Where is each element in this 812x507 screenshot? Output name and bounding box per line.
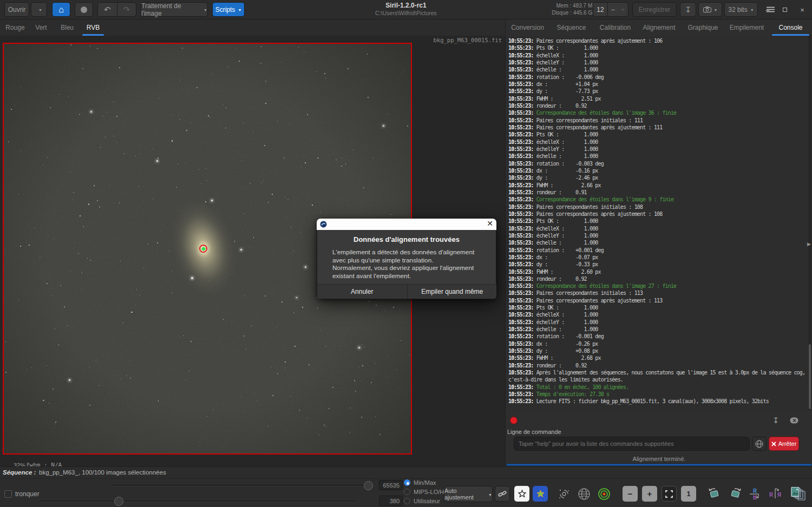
svg-text:R: R [769, 492, 774, 498]
console-scrollbar[interactable] [808, 36, 811, 410]
console-log-line: 10:55:23: Paires correspondantes après a… [508, 124, 808, 131]
pane-expander-arrow[interactable]: ▶ [807, 240, 812, 248]
scripts-label: Scripts [215, 6, 235, 14]
link-channels-button[interactable] [495, 486, 510, 502]
console-log-line: 10:55:23: échelleY : 1.000 [508, 59, 808, 66]
tab-console[interactable]: Console [769, 19, 812, 36]
maximize-button[interactable] [778, 3, 791, 16]
hi-slider-track[interactable] [111, 485, 372, 486]
annotations-button[interactable] [577, 486, 592, 502]
astrometry-button[interactable] [556, 486, 572, 502]
flip-horizontal-button[interactable]: RR [768, 486, 783, 502]
hi-value-field[interactable]: 65535 [379, 480, 403, 490]
stop-button[interactable]: Arrêter [769, 437, 799, 451]
clear-log-button[interactable] [789, 416, 800, 425]
tab-label: Calibration [600, 24, 631, 31]
zoom-out-button[interactable]: − [623, 486, 638, 502]
tab-label: Empilement [730, 24, 764, 31]
negative-view-button[interactable] [514, 486, 529, 502]
command-help-button[interactable] [752, 437, 767, 451]
scrollbar-thumb[interactable] [809, 344, 811, 409]
zoom-one-button[interactable]: 1 [681, 486, 696, 502]
tab-label: Bleu [61, 24, 74, 31]
tab-bleu[interactable]: Bleu [54, 19, 80, 36]
tab-alignement[interactable]: Alignement [637, 19, 681, 36]
flip-vertical-button[interactable]: RR [748, 486, 763, 502]
close-icon: ✕ [487, 219, 493, 228]
lo-slider-track[interactable] [41, 501, 355, 502]
redo-button[interactable]: ↷ [117, 5, 136, 15]
close-button[interactable]: × [796, 3, 809, 16]
chevron-down-icon: ▼ [750, 8, 754, 12]
scripts-menu-button[interactable]: Scripts▼ [212, 2, 245, 17]
console-log-line: 10:55:23: Temps d'exécution: 27.38 s [508, 391, 808, 398]
dialog-titlebar[interactable]: ✕ [317, 219, 496, 230]
chevron-down-icon: ▼ [714, 8, 718, 12]
console-log[interactable]: 10:55:23: Paires correspondantes après a… [506, 36, 808, 410]
photometry-button[interactable] [597, 486, 612, 502]
tab-calibration[interactable]: Calibration [593, 19, 637, 36]
minimize-button[interactable]: – [761, 3, 774, 16]
radio-label: Min/Max [414, 479, 436, 486]
decrement-button[interactable]: − [608, 6, 618, 14]
tab-vert[interactable]: Vert [28, 19, 54, 36]
undo-icon: ↶ [104, 5, 111, 14]
export-log-button[interactable]: ↧ [770, 416, 781, 425]
console-log-line: 10:55:23: échelle : 1.000 [508, 153, 808, 160]
rotate-left-button[interactable] [707, 486, 722, 502]
save-button-label: Enregistrer [639, 6, 671, 14]
console-log-line: 10:55:23: Pts OK : 1.000 [508, 44, 808, 51]
image-processing-menu-button[interactable]: Traitement de l'image▼ [141, 2, 208, 17]
cancel-button[interactable]: Annuler [317, 285, 407, 299]
open-options-button[interactable]: ▼ [31, 2, 47, 17]
open-button-label: Ouvrir [8, 6, 26, 14]
tab-graphique[interactable]: Graphique [681, 19, 725, 36]
mode-user-radio[interactable]: Utilisateur [404, 498, 440, 504]
bit-depth-dropdown[interactable]: 32 bits▼ [724, 2, 758, 17]
mode-minmax-radio[interactable]: Min/Max [404, 479, 436, 486]
tab-rouge[interactable]: Rouge [2, 19, 28, 36]
star-detection-button[interactable] [533, 486, 548, 502]
undo-button[interactable]: ↶ [98, 5, 117, 15]
radio-icon [404, 498, 410, 504]
sequence-list-button[interactable] [789, 486, 808, 502]
negative-star-icon [518, 490, 526, 498]
hi-slider-handle[interactable] [364, 481, 373, 490]
increment-button[interactable]: + [618, 6, 628, 14]
tab-empilement[interactable]: Empilement [725, 19, 769, 36]
maximize-icon [783, 8, 787, 12]
zoom-in-button[interactable]: + [642, 486, 657, 502]
flip-horizontal-icon: RR [769, 488, 782, 501]
console-log-line: 10:55:23: dy : -0.33 px [508, 261, 808, 268]
console-log-line: 10:55:23: échelle : 1.000 [508, 326, 808, 333]
console-log-line: 10:55:23: échelle : 1.000 [508, 66, 808, 73]
rotate-left-icon [708, 488, 721, 500]
export-log-icon: ↧ [772, 416, 779, 425]
truncate-checkbox[interactable] [4, 490, 12, 498]
chevron-down-icon: ▼ [238, 8, 241, 12]
dialog-close-button[interactable]: ✕ [487, 219, 493, 228]
lo-value-field[interactable]: 380 [379, 496, 403, 506]
save-as-button[interactable]: ↧ [680, 2, 696, 17]
mode-mips-radio[interactable]: MIPS-LO/HI [404, 489, 446, 495]
thread-count-value: 12 [593, 6, 607, 14]
save-button[interactable]: Enregistrer [632, 2, 677, 17]
snapshot-button[interactable]: ▼ [698, 2, 722, 17]
record-button[interactable] [75, 2, 93, 17]
truncate-label: tronquer [15, 490, 40, 498]
console-log-line: 10:55:23: FWHM : 2.51 px [508, 95, 808, 102]
stack-anyway-button[interactable]: Empiler quand même [407, 285, 497, 299]
autoadjust-dropdown[interactable]: Auto ajustement▼ [444, 486, 493, 502]
home-button[interactable]: ⌂ [52, 2, 70, 17]
lo-slider-handle[interactable] [114, 497, 123, 506]
rotate-right-button[interactable] [728, 486, 743, 502]
zoom-fit-button[interactable] [662, 486, 677, 502]
console-log-line: 10:55:23: Pts OK : 1.000 [508, 218, 808, 225]
open-button[interactable]: Ouvrir [4, 2, 29, 17]
console-log-line: 10:55:23: dx : -0.26 px [508, 340, 808, 347]
tab-sequence[interactable]: Séquence [549, 19, 593, 36]
tab-rvb[interactable]: RVB [80, 19, 106, 36]
command-input[interactable] [514, 437, 750, 451]
tab-conversion[interactable]: Conversion [506, 19, 549, 36]
console-log-line: 10:55:23: Paires correspondantes après a… [508, 37, 808, 44]
